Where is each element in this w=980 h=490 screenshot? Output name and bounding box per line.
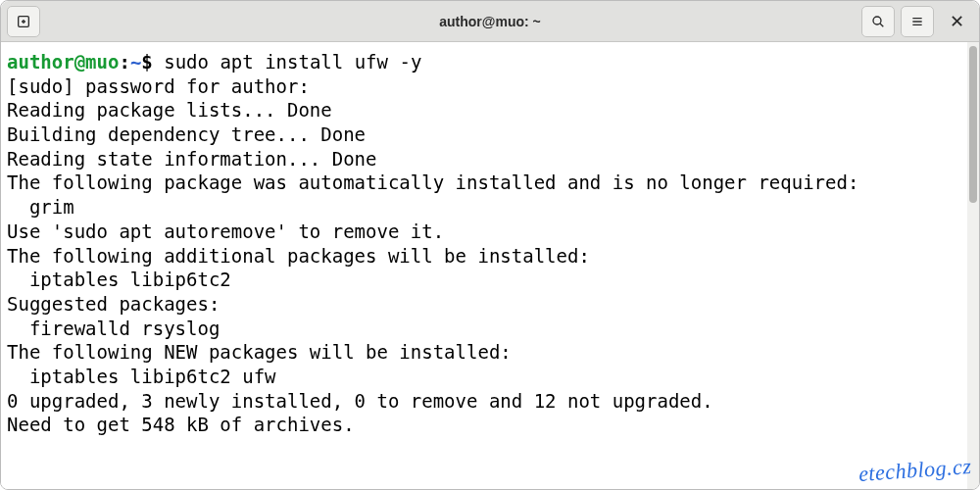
terminal-area: author@muo:~$ sudo apt install ufw -y [s… [1, 42, 979, 490]
new-tab-icon [16, 14, 31, 29]
output-line: Use 'sudo apt autoremove' to remove it. [7, 220, 444, 242]
output-line: Suggested packages: [7, 293, 220, 315]
command-text: sudo apt install ufw -y [164, 51, 421, 73]
close-icon: ✕ [950, 11, 964, 32]
output-line: Reading state information... Done [7, 148, 377, 170]
hamburger-icon [909, 14, 925, 29]
close-button[interactable]: ✕ [940, 6, 973, 37]
svg-point-3 [873, 17, 881, 24]
output-line: The following package was automatically … [7, 172, 858, 193]
terminal[interactable]: author@muo:~$ sudo apt install ufw -y [s… [1, 42, 967, 490]
output-line: 0 upgraded, 3 newly installed, 0 to remo… [7, 390, 713, 412]
output-line: The following NEW packages will be insta… [7, 341, 512, 363]
output-line: firewalld rsyslog [7, 318, 220, 339]
titlebar: author@muo: ~ ✕ [1, 1, 979, 42]
prompt-host: muo [85, 51, 119, 73]
new-tab-button[interactable] [7, 6, 40, 37]
output-line: iptables libip6tc2 ufw [7, 366, 276, 387]
output-line: The following additional packages will b… [7, 245, 590, 267]
output-line: Building dependency tree... Done [7, 123, 366, 145]
scrollbar-thumb[interactable] [969, 46, 977, 203]
prompt-symbol: $ [141, 51, 164, 73]
search-icon [870, 14, 886, 29]
menu-button[interactable] [901, 6, 934, 37]
output-line: iptables libip6tc2 [7, 269, 231, 290]
search-button[interactable] [861, 6, 895, 37]
output-line: grim [7, 196, 74, 218]
window-title: author@muo: ~ [1, 14, 979, 29]
prompt-colon: : [119, 51, 129, 73]
output-line: Need to get 548 kB of archives. [7, 414, 355, 435]
svg-line-4 [880, 24, 883, 26]
output-line: [sudo] password for author: [7, 75, 310, 97]
prompt-at: @ [74, 51, 85, 73]
output-line: Reading package lists... Done [7, 99, 332, 121]
scrollbar[interactable] [967, 42, 979, 490]
prompt-user: author [7, 51, 74, 73]
prompt-path: ~ [130, 51, 141, 73]
